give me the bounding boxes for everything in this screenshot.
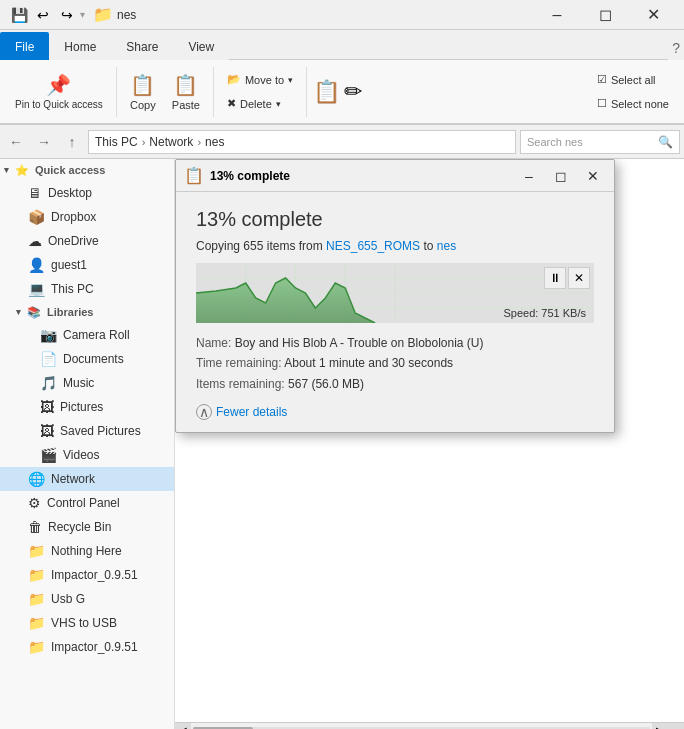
progress-speed: Speed: 751 KB/s [503,307,586,319]
sidebar-videos-label: Videos [63,448,99,462]
scroll-left-btn[interactable]: ◀ [175,723,191,730]
fewer-details-btn[interactable]: ∧ Fewer details [196,404,287,420]
moveto-label: Move to [245,74,284,86]
delete-btn[interactable]: ✖ Delete ▾ [220,93,300,115]
window-title: nes [117,8,534,22]
sidebar-item-desktop[interactable]: 🖥 Desktop [0,181,174,205]
search-icon: 🔍 [658,135,673,149]
guest1-icon: 👤 [28,257,45,273]
search-box[interactable]: Search nes 🔍 [520,130,680,154]
pictures-icon: 🖼 [40,399,54,415]
sidebar-item-vhstousb[interactable]: 📁 VHS to USB [0,611,174,635]
quickaccess-icon: ⭐ [15,164,29,177]
sidebar-item-controlpanel[interactable]: ⚙ Control Panel [0,491,174,515]
dialog-title: 13% complete [210,169,510,183]
moveto-chevron: ▾ [288,75,293,85]
save-qat-btn[interactable]: 💾 [8,4,30,26]
organize-icon: 📋 [313,79,340,105]
tab-share[interactable]: Share [111,32,173,60]
undo-qat-btn[interactable]: ↩ [32,4,54,26]
sidebar-usbg-label: Usb G [51,592,85,606]
sidebar-item-network[interactable]: 🌐 Network [0,467,174,491]
file-name-row: Name: Boy and His Blob A - Trouble on Bl… [196,333,594,353]
up-btn[interactable]: ↑ [60,130,84,154]
tab-file[interactable]: File [0,32,49,60]
sidebar-item-impactor1[interactable]: 📁 Impactor_0.9.51 [0,563,174,587]
back-btn[interactable]: ← [4,130,28,154]
selectall-btn[interactable]: ☑ Select all [590,69,676,91]
pin-quickaccess-btn[interactable]: 📌 Pin to Quick access [8,66,110,118]
maximize-btn[interactable]: ◻ [582,0,628,30]
ribbon-tabs: File Home Share View ? [0,30,684,60]
sidebar-item-cameraroll[interactable]: 📷 Camera Roll [0,323,174,347]
address-path[interactable]: This PC › Network › nes [88,130,516,154]
close-btn[interactable]: ✕ [630,0,676,30]
music-icon: 🎵 [40,375,57,391]
sidebar-item-music[interactable]: 🎵 Music [0,371,174,395]
qat-chevron[interactable]: ▾ [80,9,85,20]
copy-label: Copy [130,99,156,111]
tab-view[interactable]: View [173,32,229,60]
help-btn[interactable]: ? [668,36,684,60]
progress-area: Speed: 751 KB/s ⏸ ✕ [196,263,594,323]
tab-home[interactable]: Home [49,32,111,60]
copy-to: to [423,239,433,253]
progress-bar: Speed: 751 KB/s [196,263,594,323]
ribbon: File Home Share View ? 📌 Pin to Quick ac… [0,30,684,125]
fewer-details-icon: ∧ [196,404,212,420]
dialog-close-btn[interactable]: ✕ [580,164,606,188]
scroll-right-btn[interactable]: ▶ [652,723,668,730]
pause-btn[interactable]: ⏸ [544,267,566,289]
svg-marker-7 [196,278,375,323]
sidebar-item-impactor2[interactable]: 📁 Impactor_0.9.51 [0,635,174,659]
sidebar-item-usbg[interactable]: 📁 Usb G [0,587,174,611]
breadcrumb-network[interactable]: Network [149,135,193,149]
sidebar-item-guest1[interactable]: 👤 guest1 [0,253,174,277]
quickaccess-label: Quick access [35,164,105,176]
cancel-copy-btn[interactable]: ✕ [568,267,590,289]
minimize-btn[interactable]: – [534,0,580,30]
forward-btn[interactable]: → [32,130,56,154]
copy-icon: 📋 [130,73,155,97]
sidebar-item-pictures[interactable]: 🖼 Pictures [0,395,174,419]
sidebar-item-nothinghere[interactable]: 📁 Nothing Here [0,539,174,563]
sidebar-item-onedrive[interactable]: ☁ OneDrive [0,229,174,253]
sidebar-desktop-label: Desktop [48,186,92,200]
ribbon-right: ☑ Select all ☐ Select none [590,69,676,115]
sidebar-item-recyclebin[interactable]: 🗑 Recycle Bin [0,515,174,539]
dialog-restore-btn[interactable]: ◻ [548,164,574,188]
select-group: ☑ Select all ☐ Select none [590,69,676,115]
moveto-btn[interactable]: 📂 Move to ▾ [220,69,300,91]
selectnone-icon: ☐ [597,97,607,110]
horizontal-scrollbar[interactable]: ◀ ▶ [175,722,684,729]
window-controls: – ◻ ✕ [534,0,676,30]
time-label: Time remaining: [196,356,284,370]
sidebar-nothinghere-label: Nothing Here [51,544,122,558]
resize-corner-btn[interactable] [668,723,684,730]
sidebar-guest1-label: guest1 [51,258,87,272]
selectnone-btn[interactable]: ☐ Select none [590,93,676,115]
progress-controls: ⏸ ✕ [544,267,590,289]
breadcrumb-thispc[interactable]: This PC [95,135,138,149]
sidebar-music-label: Music [63,376,94,390]
copy-btn[interactable]: 📋 Copy [123,66,163,118]
videos-icon: 🎬 [40,447,57,463]
paste-btn[interactable]: 📋 Paste [165,66,207,118]
pin-label: Pin to Quick access [15,99,103,111]
dialog-minimize-btn[interactable]: – [516,164,542,188]
sidebar-network-label: Network [51,472,95,486]
libraries-chevron: ▾ [16,307,21,317]
redo-qat-btn[interactable]: ↪ [56,4,78,26]
items-label: Items remaining: [196,377,288,391]
pin-icon: 📌 [46,73,71,97]
sidebar-libraries-header[interactable]: ▾ 📚 Libraries [0,301,174,323]
sidebar-quickaccess-header[interactable]: ▾ ⭐ Quick access [0,159,174,181]
sidebar-item-savedpictures[interactable]: 🖼 Saved Pictures [0,419,174,443]
sidebar-item-dropbox[interactable]: 📦 Dropbox [0,205,174,229]
breadcrumb-nes[interactable]: nes [205,135,224,149]
sidebar-item-videos[interactable]: 🎬 Videos [0,443,174,467]
sidebar-item-documents[interactable]: 📄 Documents [0,347,174,371]
address-bar: ← → ↑ This PC › Network › nes Search nes… [0,125,684,159]
sidebar: ▾ ⭐ Quick access 🖥 Desktop 📦 Dropbox ☁ O… [0,159,175,729]
sidebar-item-thispc[interactable]: 💻 This PC [0,277,174,301]
